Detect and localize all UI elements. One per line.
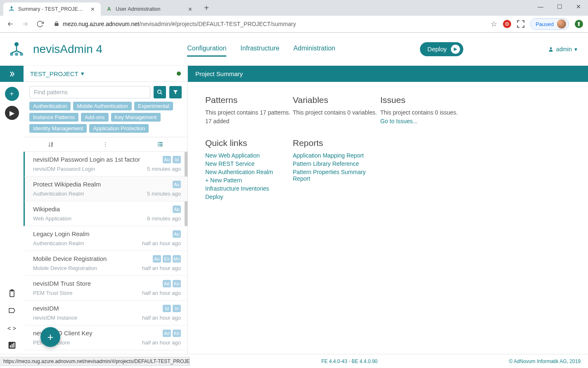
nav-configuration[interactable]: Configuration xyxy=(187,41,226,57)
filter-tag[interactable]: Authentication xyxy=(29,102,71,110)
pattern-time: 8 minutes ago xyxy=(147,215,181,222)
section-title: Reports xyxy=(293,138,379,148)
summary-grid: Patterns This project contains 17 patter… xyxy=(188,82,588,214)
svg-rect-20 xyxy=(158,144,159,145)
svg-rect-14 xyxy=(13,343,14,348)
user-menu[interactable]: admin ▾ xyxy=(548,46,577,53)
pattern-item[interactable]: Legacy Login Realm Au Authentication Rea… xyxy=(24,226,187,251)
extension-icon[interactable] xyxy=(517,20,524,28)
pattern-time: 5 minutes ago xyxy=(147,166,181,172)
pattern-item[interactable]: Mobile Device Registration AuExMo Mobile… xyxy=(24,251,187,276)
filter-tag[interactable]: Instance Patterns xyxy=(29,113,78,122)
go-to-issues-link[interactable]: Go to Issues... xyxy=(380,118,417,124)
nav-infrastructure[interactable]: Infrastructure xyxy=(240,41,279,57)
pattern-item[interactable]: nevisIDM Trust Store AdKe PEM Trust Stor… xyxy=(24,276,187,301)
rail-play-button[interactable]: ▶ xyxy=(5,106,19,120)
svg-point-2 xyxy=(11,10,12,12)
filter-tag[interactable]: Key Management xyxy=(111,113,161,122)
filter-tag[interactable]: Identity Management xyxy=(29,124,87,133)
status-version: FE 4.4.0-43 - BE 4.4.0.90 xyxy=(190,358,509,364)
more-options-button[interactable]: ⋮ xyxy=(78,141,133,148)
pattern-time: half an hour ago xyxy=(142,339,181,346)
report-link[interactable]: Application Mapping Report xyxy=(293,151,379,160)
lock-icon xyxy=(54,21,59,28)
pattern-subtitle: Authentication Realm xyxy=(33,191,147,197)
clipboard-icon[interactable] xyxy=(7,288,17,299)
quicklink[interactable]: New Web Application xyxy=(205,151,292,160)
fab-add-button[interactable]: + xyxy=(40,327,60,347)
deploy-button[interactable]: Deploy ▶ xyxy=(420,42,463,56)
quicklink[interactable]: New REST Service xyxy=(205,160,292,168)
patterns-summary: Patterns This project contains 17 patter… xyxy=(205,95,292,126)
pattern-time: half an hour ago xyxy=(142,240,181,246)
app-logo xyxy=(8,41,25,57)
extension-icon[interactable]: O xyxy=(503,20,511,28)
pattern-item[interactable]: Protect Wikipedia Realm Au Authenticatio… xyxy=(24,177,187,201)
tag-area: Authentication Mobile Authentication Exp… xyxy=(24,102,187,137)
pattern-item[interactable]: Wikipedia Ap Web Application8 minutes ag… xyxy=(24,201,187,226)
bookmark-icon[interactable]: ☆ xyxy=(491,19,497,29)
deploy-label: Deploy xyxy=(427,45,447,53)
pattern-badge: Mo xyxy=(173,255,181,263)
quicklink[interactable]: Deploy xyxy=(205,193,292,201)
quicklink[interactable]: + New Pattern xyxy=(205,176,292,184)
pattern-title: nevisIDM xyxy=(33,305,163,312)
svg-text:Z: Z xyxy=(51,144,53,147)
browser-tab-active[interactable]: Summary - TEST_PROJECT - nevi… ✕ xyxy=(3,2,101,16)
code-icon[interactable]: < > xyxy=(7,323,17,333)
close-tab-icon[interactable]: ✕ xyxy=(187,6,193,12)
forward-button[interactable] xyxy=(20,19,31,29)
reload-button[interactable] xyxy=(35,19,45,29)
url-text: mezo.nug.azure.adnovum.net/nevisadmin/#/… xyxy=(63,21,296,27)
tag-icon[interactable] xyxy=(7,305,17,316)
filter-button[interactable] xyxy=(169,86,182,98)
back-button[interactable] xyxy=(5,19,16,29)
chart-icon[interactable] xyxy=(7,340,17,351)
pattern-badge: Ad xyxy=(163,280,171,287)
pattern-list[interactable]: nevisIDM Password Login as 1st factor Au… xyxy=(24,152,187,354)
nav-administration[interactable]: Administration xyxy=(294,41,335,57)
url-input[interactable]: mezo.nug.azure.adnovum.net/nevisadmin/#/… xyxy=(50,18,486,30)
quicklink[interactable]: Infrastructure Inventories xyxy=(205,184,292,193)
view-list-button[interactable] xyxy=(133,141,187,147)
window-controls: — ☐ ✕ xyxy=(531,0,588,13)
search-button[interactable] xyxy=(154,86,166,98)
search-input[interactable] xyxy=(29,86,150,98)
filter-tag[interactable]: Mobile Authentication xyxy=(73,102,132,110)
project-name: TEST_PROJECT xyxy=(30,70,78,77)
profile-chip[interactable]: Paused xyxy=(530,18,569,30)
maximize-icon[interactable]: ☐ xyxy=(550,0,569,13)
project-selector[interactable]: TEST_PROJECT ▾ xyxy=(24,66,187,82)
svg-point-8 xyxy=(550,47,552,49)
chevron-down-icon: ▾ xyxy=(81,70,84,77)
browser-tab[interactable]: A User Administration ✕ xyxy=(101,2,198,16)
pattern-badge: Au xyxy=(173,181,181,188)
svg-rect-12 xyxy=(10,345,11,348)
quicklink[interactable]: New Authentication Realm xyxy=(205,168,292,176)
report-link[interactable]: Pattern Library Reference xyxy=(293,160,379,168)
address-bar: mezo.nug.azure.adnovum.net/nevisadmin/#/… xyxy=(0,16,588,32)
close-window-icon[interactable]: ✕ xyxy=(569,0,588,13)
svg-rect-21 xyxy=(159,144,162,145)
filter-tag[interactable]: Experimental xyxy=(134,102,173,110)
close-tab-icon[interactable]: ✕ xyxy=(89,6,96,12)
pattern-item[interactable]: nevisIDM IdIn nevisIDM Instancehalf an h… xyxy=(24,301,187,325)
svg-text:A: A xyxy=(51,142,53,144)
new-tab-button[interactable]: + xyxy=(201,3,212,13)
section-title: Issues xyxy=(380,95,488,105)
section-text: This project contains 0 variables. xyxy=(293,108,379,117)
paused-label: Paused xyxy=(536,21,554,27)
report-link[interactable]: Pattern Properties Summary Report xyxy=(293,168,379,183)
filter-tag[interactable]: Application Protection xyxy=(89,124,149,133)
pattern-badge: Id xyxy=(163,305,171,312)
pattern-title: nevisIDM Password Login as 1st factor xyxy=(33,156,163,163)
section-title: Quick links xyxy=(205,138,292,148)
rail-add-button[interactable]: + xyxy=(5,87,19,101)
filter-tag[interactable]: Add-ons xyxy=(81,113,108,122)
pattern-item[interactable]: nevisIDM Password Login as 1st factor Au… xyxy=(24,152,187,177)
extension-icon[interactable]: ⬆ xyxy=(575,20,583,28)
pattern-subtitle: PEM Trust Store xyxy=(33,290,142,296)
rail-expand-button[interactable] xyxy=(0,66,24,82)
sort-az-button[interactable]: AZ xyxy=(24,141,78,148)
minimize-icon[interactable]: — xyxy=(531,0,550,13)
